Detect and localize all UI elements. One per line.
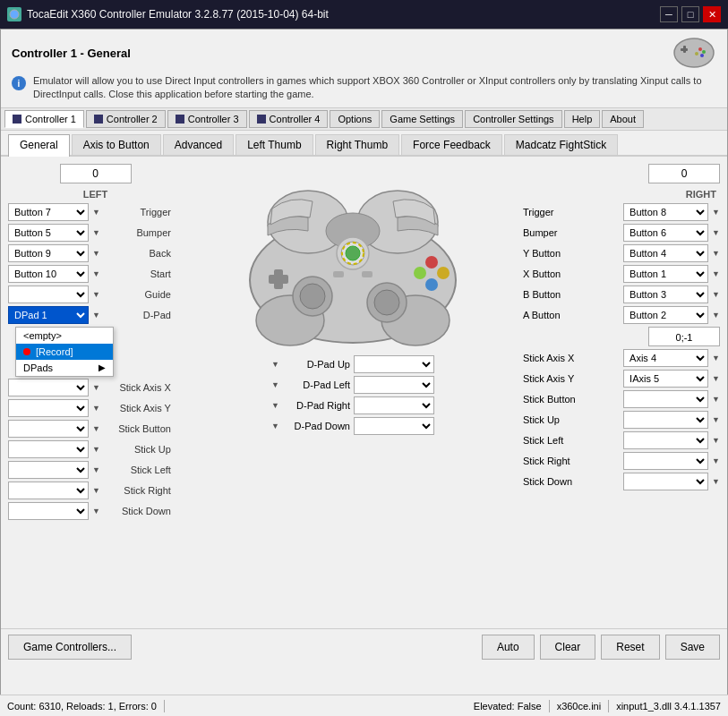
save-button[interactable]: Save bbox=[665, 635, 720, 660]
status-divider3 bbox=[608, 700, 609, 712]
menu-tab-controllersettings[interactable]: Controller Settings bbox=[465, 110, 562, 128]
right-xbutton-label: X Button bbox=[523, 268, 620, 279]
right-stickaxisx-select[interactable]: Axis 4 bbox=[623, 349, 708, 367]
menu-tab-controller3[interactable]: Controller 3 bbox=[167, 110, 247, 128]
dropdown-empty[interactable]: <empty> bbox=[16, 328, 113, 344]
menu-tab-controller4[interactable]: Controller 4 bbox=[249, 110, 329, 128]
info-row: i Emulator will allow you to use Direct … bbox=[1, 71, 727, 107]
clear-button[interactable]: Clear bbox=[540, 635, 596, 660]
dropdown-record[interactable]: [Record] bbox=[16, 344, 113, 360]
left-stickdown-row: ▼ Stick Down bbox=[8, 502, 183, 520]
left-value-input[interactable] bbox=[60, 164, 132, 183]
menu-tab-help[interactable]: Help bbox=[564, 110, 601, 128]
left-stickbtn-select[interactable] bbox=[8, 420, 89, 438]
left-dpad-select[interactable]: DPad 1 bbox=[8, 306, 89, 324]
dpad-down-label: D-Pad Down bbox=[283, 421, 350, 431]
right-stickleft-arrow: ▼ bbox=[712, 436, 720, 445]
reset-button[interactable]: Reset bbox=[601, 635, 659, 660]
menu-tab-controllersettings-label: Controller Settings bbox=[473, 114, 554, 124]
dpad-dropdown: <empty> [Record] DPads ▶ bbox=[15, 327, 114, 377]
title-bar-controls[interactable]: ─ □ ✕ bbox=[660, 6, 721, 22]
dropdown-dpads[interactable]: DPads ▶ bbox=[16, 360, 113, 376]
menu-tab-controller1-label: Controller 1 bbox=[25, 114, 76, 124]
status-elevated: Elevated: False bbox=[474, 701, 542, 712]
right-bbutton-select[interactable]: Button 3 bbox=[623, 286, 708, 303]
dpad-up-select[interactable] bbox=[354, 355, 434, 373]
menu-tab-controller2[interactable]: Controller 2 bbox=[86, 110, 166, 128]
subtab-advanced[interactable]: Advanced bbox=[163, 134, 234, 155]
right-stickright-row: Stick Right ▼ bbox=[523, 452, 720, 470]
subtab-madcatz[interactable]: Madcatz FightStick bbox=[504, 134, 618, 155]
dpad-down-select[interactable] bbox=[354, 417, 434, 435]
menu-tab-controller1[interactable]: Controller 1 bbox=[4, 110, 84, 128]
auto-button[interactable]: Auto bbox=[482, 635, 535, 660]
right-bbutton-row: B Button Button 3 ▼ bbox=[523, 286, 720, 303]
left-stickaxisy-select[interactable] bbox=[8, 399, 89, 417]
left-bumper-select[interactable]: Button 5 bbox=[8, 224, 89, 242]
right-bumper-select[interactable]: Button 6 bbox=[623, 224, 708, 242]
right-stickaxisx-row: Stick Axis X Axis 4 ▼ bbox=[523, 349, 720, 367]
left-guide-row: ▼ Guide bbox=[8, 286, 183, 303]
bottom-right-buttons: Auto Clear Reset Save bbox=[482, 635, 720, 660]
right-stickbtn-select[interactable] bbox=[623, 390, 708, 408]
controller2-icon bbox=[94, 115, 103, 124]
left-trigger-arrow: ▼ bbox=[92, 208, 100, 217]
subtab-rightthumb[interactable]: Right Thumb bbox=[315, 134, 399, 155]
left-dpad-row: DPad 1 ▼ D-Pad bbox=[8, 306, 183, 324]
svg-point-4 bbox=[698, 47, 702, 51]
right-stickright-arrow: ▼ bbox=[712, 456, 720, 465]
right-stickaxisy-select[interactable]: IAxis 5 bbox=[623, 370, 708, 388]
status-bar: Count: 6310, Reloads: 1, Errors: 0 Eleva… bbox=[0, 695, 728, 716]
dpad-right-select[interactable] bbox=[354, 396, 434, 414]
sub-tabs: General Axis to Button Advanced Left Thu… bbox=[1, 131, 727, 157]
left-guide-select[interactable] bbox=[8, 286, 89, 303]
dpad-left-select[interactable] bbox=[354, 376, 434, 394]
left-start-select[interactable]: Button 10 bbox=[8, 265, 89, 283]
subtab-forcefeedback[interactable]: Force Feedback bbox=[401, 134, 502, 155]
left-stickup-row: ▼ Stick Up bbox=[8, 440, 183, 458]
menu-tab-about[interactable]: About bbox=[602, 110, 644, 128]
status-divider1 bbox=[164, 700, 165, 712]
left-back-label: Back bbox=[104, 248, 171, 259]
dropdown-dpads-label: DPads bbox=[23, 362, 53, 373]
dpad-left-label: D-Pad Left bbox=[283, 379, 350, 390]
close-button[interactable]: ✕ bbox=[703, 6, 721, 22]
right-value-input[interactable] bbox=[648, 164, 720, 183]
subtab-leftthumb[interactable]: Left Thumb bbox=[236, 134, 313, 155]
left-start-label: Start bbox=[104, 268, 171, 279]
left-stickaxisx-select[interactable] bbox=[8, 379, 89, 396]
maximize-button[interactable]: □ bbox=[681, 6, 699, 22]
right-stickup-select[interactable] bbox=[623, 411, 708, 429]
right-xbutton-row: X Button Button 1 ▼ bbox=[523, 265, 720, 283]
right-abutton-select[interactable]: Button 2 bbox=[623, 306, 708, 324]
subtab-axistobutton[interactable]: Axis to Button bbox=[72, 134, 161, 155]
right-stickbtn-arrow: ▼ bbox=[712, 395, 720, 404]
left-stickleft-select[interactable] bbox=[8, 461, 89, 479]
left-stickdown-select[interactable] bbox=[8, 502, 89, 520]
game-controllers-button[interactable]: Game Controllers... bbox=[8, 635, 132, 660]
left-trigger-select[interactable]: Button 7 bbox=[8, 203, 89, 221]
left-back-select[interactable]: Button 9 bbox=[8, 244, 89, 262]
left-stickup-select[interactable] bbox=[8, 440, 89, 458]
right-stickup-row: Stick Up ▼ bbox=[523, 411, 720, 429]
right-stickleft-label: Stick Left bbox=[523, 435, 620, 446]
menu-tab-gamesettings[interactable]: Game Settings bbox=[381, 110, 463, 128]
left-bumper-label: Bumper bbox=[104, 227, 171, 238]
right-xbutton-select[interactable]: Button 1 bbox=[623, 265, 708, 283]
dpad-center: ▼ D-Pad Up ▼ D-Pad Left ▼ D-Pad Right bbox=[271, 355, 434, 435]
left-bumper-row: Button 5 ▼ Bumper bbox=[8, 224, 183, 242]
right-column: RIGHT Trigger Button 8 ▼ Bumper Button 6… bbox=[523, 164, 720, 686]
left-bumper-arrow: ▼ bbox=[92, 228, 100, 237]
right-stickdown-select[interactable] bbox=[623, 473, 708, 490]
right-trigger-select[interactable]: Button 8 bbox=[623, 203, 708, 221]
menu-tab-options[interactable]: Options bbox=[330, 110, 380, 128]
left-stickright-select[interactable] bbox=[8, 482, 89, 499]
dpads-submenu-arrow: ▶ bbox=[98, 362, 106, 372]
svg-point-16 bbox=[346, 246, 360, 260]
main-window: Controller 1 - General i Emulator will a… bbox=[0, 29, 728, 716]
minimize-button[interactable]: ─ bbox=[660, 6, 678, 22]
right-ybutton-select[interactable]: Button 4 bbox=[623, 244, 708, 262]
right-stickleft-select[interactable] bbox=[623, 431, 708, 449]
subtab-general[interactable]: General bbox=[8, 134, 70, 157]
right-stickright-select[interactable] bbox=[623, 452, 708, 470]
